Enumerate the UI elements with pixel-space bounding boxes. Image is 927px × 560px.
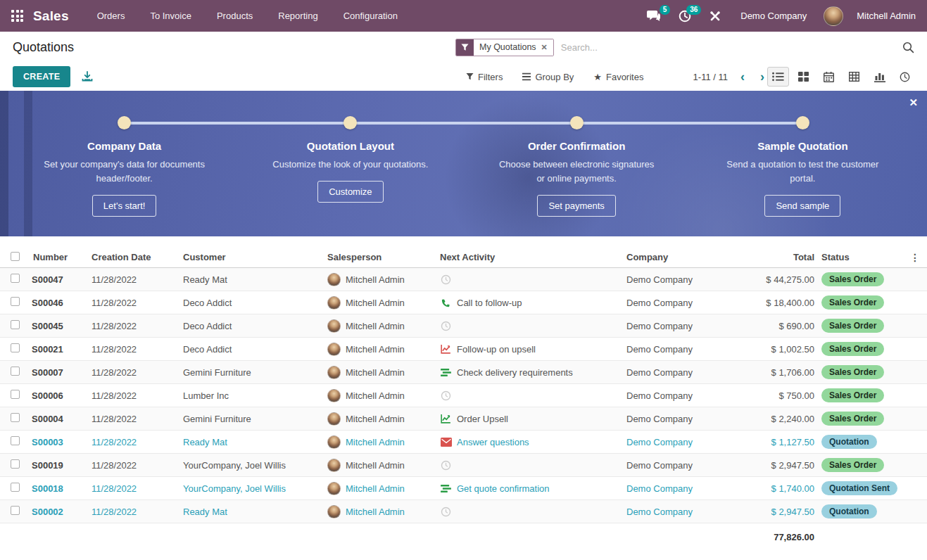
phone-activity-icon[interactable] — [440, 298, 452, 308]
table-row[interactable]: S00004 11/28/2022 Gemini Furniture Mitch… — [0, 407, 927, 431]
search-icon[interactable] — [902, 42, 914, 53]
row-activity-label: Check delivery requirements — [457, 367, 573, 378]
table-row[interactable]: S00006 11/28/2022 Lumber Inc Mitchell Ad… — [0, 384, 927, 407]
select-all-checkbox[interactable] — [11, 252, 20, 261]
step-description: Choose between electronic signatures or … — [496, 158, 657, 186]
salesperson-avatar — [327, 435, 341, 449]
user-menu[interactable]: Mitchell Admin — [857, 11, 916, 21]
step-dot-company-data[interactable] — [118, 116, 131, 129]
step-dot-quotation-layout[interactable] — [343, 116, 357, 129]
set-payments-button[interactable]: Set payments — [537, 195, 616, 217]
row-checkbox[interactable] — [11, 413, 20, 422]
create-button[interactable]: CREATE — [13, 66, 70, 87]
row-salesperson: Mitchell Admin — [346, 460, 405, 471]
row-salesperson: Mitchell Admin — [346, 344, 405, 355]
clock-activity-icon[interactable] — [440, 321, 452, 331]
menu-products[interactable]: Products — [207, 6, 263, 25]
view-list-icon[interactable] — [767, 67, 789, 87]
lets-start-button[interactable]: Let's start! — [92, 195, 157, 217]
table-row[interactable]: S00021 11/28/2022 Deco Addict Mitchell A… — [0, 338, 927, 361]
clock-activity-icon[interactable] — [440, 390, 452, 401]
row-checkbox[interactable] — [11, 436, 20, 445]
step-dot-sample-quotation[interactable] — [796, 116, 809, 129]
clock-activity-icon[interactable] — [440, 507, 452, 517]
clock-activity-icon[interactable] — [440, 274, 452, 285]
table-row[interactable]: S00046 11/28/2022 Deco Addict Mitchell A… — [0, 291, 927, 314]
row-creation-date: 11/28/2022 — [92, 274, 183, 285]
row-checkbox[interactable] — [11, 506, 20, 515]
facet-remove-icon[interactable]: ✕ — [541, 43, 548, 52]
export-download-icon[interactable] — [82, 71, 93, 82]
row-checkbox[interactable] — [11, 390, 20, 399]
group-by-button[interactable]: Group By — [522, 72, 574, 82]
row-salesperson: Mitchell Admin — [346, 507, 405, 517]
app-name[interactable]: Sales — [33, 8, 69, 24]
table-row[interactable]: S00007 11/28/2022 Gemini Furniture Mitch… — [0, 361, 927, 384]
row-checkbox[interactable] — [11, 483, 20, 492]
table-row[interactable]: S00019 11/28/2022 YourCompany, Joel Will… — [0, 454, 927, 477]
optional-columns-icon[interactable]: ⋮ — [906, 252, 923, 263]
menu-reporting[interactable]: Reporting — [268, 6, 327, 25]
step-description: Send a quotation to test the customer po… — [721, 158, 883, 186]
messages-icon[interactable]: 5 — [641, 7, 666, 25]
view-activity-icon[interactable] — [894, 67, 916, 87]
col-header-creation-date[interactable]: Creation Date — [92, 252, 183, 262]
row-checkbox[interactable] — [11, 343, 20, 352]
salesperson-avatar — [327, 505, 341, 518]
search-bar: My Quotations ✕ — [455, 39, 914, 56]
col-header-salesperson[interactable]: Salesperson — [327, 252, 440, 262]
list-activity-icon[interactable] — [440, 368, 452, 377]
view-calendar-icon[interactable] — [818, 67, 840, 87]
view-kanban-icon[interactable] — [793, 67, 814, 87]
user-avatar[interactable] — [824, 6, 843, 26]
col-header-status[interactable]: Status — [814, 252, 906, 262]
pager-next-icon[interactable]: › — [757, 69, 767, 84]
table-row[interactable]: S00018 11/28/2022 YourCompany, Joel Will… — [0, 477, 927, 500]
menu-orders[interactable]: Orders — [87, 6, 135, 25]
clock-activity-icon[interactable] — [440, 460, 452, 471]
list-activity-icon[interactable] — [440, 484, 452, 493]
row-checkbox[interactable] — [11, 367, 20, 376]
activities-icon[interactable]: 36 — [673, 7, 697, 25]
menu-configuration[interactable]: Configuration — [334, 6, 408, 25]
chart-green-activity-icon[interactable] — [440, 414, 452, 424]
view-graph-icon[interactable] — [869, 67, 890, 87]
col-header-number[interactable]: Number — [32, 252, 92, 262]
row-checkbox[interactable] — [11, 459, 20, 469]
tools-icon[interactable] — [704, 8, 726, 25]
pager-previous-icon[interactable]: ‹ — [738, 69, 748, 84]
send-sample-button[interactable]: Send sample — [764, 195, 840, 217]
row-checkbox[interactable] — [11, 274, 20, 283]
col-header-total[interactable]: Total — [736, 252, 814, 262]
customize-button[interactable]: Customize — [317, 181, 383, 203]
favorites-button[interactable]: ★ Favorites — [593, 72, 643, 82]
step-sample-quotation: Sample Quotation Send a quotation to tes… — [690, 130, 916, 217]
current-company[interactable]: Demo Company — [740, 11, 807, 21]
search-input[interactable] — [561, 42, 902, 53]
email-activity-icon[interactable] — [440, 438, 452, 447]
row-total: $ 1,740.00 — [736, 483, 814, 494]
col-header-next-activity[interactable]: Next Activity — [440, 252, 626, 262]
apps-menu-icon[interactable] — [11, 10, 23, 22]
filters-button[interactable]: Filters — [466, 72, 503, 82]
view-pivot-icon[interactable] — [843, 67, 865, 87]
row-creation-date: 11/28/2022 — [92, 437, 183, 447]
filters-label: Filters — [478, 72, 503, 82]
row-total: $ 18,400.00 — [736, 298, 814, 308]
table-row[interactable]: S00047 11/28/2022 Ready Mat Mitchell Adm… — [0, 268, 927, 291]
row-checkbox[interactable] — [11, 320, 20, 329]
menu-to-invoice[interactable]: To Invoice — [140, 6, 201, 25]
row-creation-date: 11/28/2022 — [92, 507, 183, 517]
table-row[interactable]: S00003 11/28/2022 Ready Mat Mitchell Adm… — [0, 431, 927, 454]
table-row[interactable]: S00045 11/28/2022 Deco Addict Mitchell A… — [0, 314, 927, 338]
salesperson-avatar — [327, 343, 341, 356]
table-row[interactable]: S00002 11/28/2022 Ready Mat Mitchell Adm… — [0, 500, 927, 523]
row-checkbox[interactable] — [11, 297, 20, 306]
row-total: $ 1,002.50 — [736, 344, 814, 355]
step-order-confirmation: Order Confirmation Choose between electr… — [464, 130, 690, 217]
chart-red-activity-icon[interactable] — [440, 344, 452, 354]
salesperson-avatar — [327, 389, 341, 402]
col-header-company[interactable]: Company — [626, 252, 736, 262]
step-dot-order-confirmation[interactable] — [570, 116, 584, 129]
col-header-customer[interactable]: Customer — [183, 252, 327, 262]
